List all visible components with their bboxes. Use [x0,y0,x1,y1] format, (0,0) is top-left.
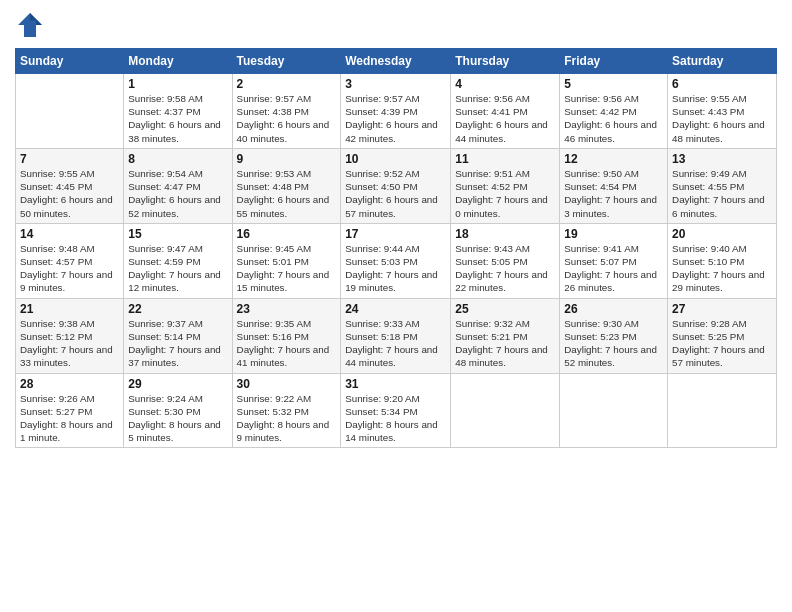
day-info: Sunrise: 9:51 AMSunset: 4:52 PMDaylight:… [455,167,555,220]
day-cell: 29Sunrise: 9:24 AMSunset: 5:30 PMDayligh… [124,373,232,448]
day-info: Sunrise: 9:56 AMSunset: 4:42 PMDaylight:… [564,92,663,145]
day-info: Sunrise: 9:22 AMSunset: 5:32 PMDaylight:… [237,392,337,445]
day-number: 21 [20,302,119,316]
day-number: 12 [564,152,663,166]
day-cell [668,373,777,448]
day-cell: 5Sunrise: 9:56 AMSunset: 4:42 PMDaylight… [560,74,668,149]
day-number: 18 [455,227,555,241]
day-cell: 30Sunrise: 9:22 AMSunset: 5:32 PMDayligh… [232,373,341,448]
day-info: Sunrise: 9:55 AMSunset: 4:45 PMDaylight:… [20,167,119,220]
header-saturday: Saturday [668,49,777,74]
day-number: 23 [237,302,337,316]
day-info: Sunrise: 9:37 AMSunset: 5:14 PMDaylight:… [128,317,227,370]
day-number: 2 [237,77,337,91]
day-number: 15 [128,227,227,241]
day-cell: 13Sunrise: 9:49 AMSunset: 4:55 PMDayligh… [668,148,777,223]
day-number: 13 [672,152,772,166]
day-number: 31 [345,377,446,391]
week-row-4: 28Sunrise: 9:26 AMSunset: 5:27 PMDayligh… [16,373,777,448]
header [15,10,777,40]
week-row-1: 7Sunrise: 9:55 AMSunset: 4:45 PMDaylight… [16,148,777,223]
day-info: Sunrise: 9:20 AMSunset: 5:34 PMDaylight:… [345,392,446,445]
header-friday: Friday [560,49,668,74]
day-info: Sunrise: 9:58 AMSunset: 4:37 PMDaylight:… [128,92,227,145]
header-wednesday: Wednesday [341,49,451,74]
day-cell: 17Sunrise: 9:44 AMSunset: 5:03 PMDayligh… [341,223,451,298]
day-info: Sunrise: 9:24 AMSunset: 5:30 PMDaylight:… [128,392,227,445]
day-cell: 19Sunrise: 9:41 AMSunset: 5:07 PMDayligh… [560,223,668,298]
day-cell: 31Sunrise: 9:20 AMSunset: 5:34 PMDayligh… [341,373,451,448]
day-cell: 27Sunrise: 9:28 AMSunset: 5:25 PMDayligh… [668,298,777,373]
calendar-header-row: SundayMondayTuesdayWednesdayThursdayFrid… [16,49,777,74]
day-cell [560,373,668,448]
logo [15,10,49,40]
day-number: 3 [345,77,446,91]
day-cell: 24Sunrise: 9:33 AMSunset: 5:18 PMDayligh… [341,298,451,373]
day-number: 8 [128,152,227,166]
day-info: Sunrise: 9:30 AMSunset: 5:23 PMDaylight:… [564,317,663,370]
day-number: 14 [20,227,119,241]
day-cell: 15Sunrise: 9:47 AMSunset: 4:59 PMDayligh… [124,223,232,298]
day-number: 20 [672,227,772,241]
day-cell: 10Sunrise: 9:52 AMSunset: 4:50 PMDayligh… [341,148,451,223]
header-sunday: Sunday [16,49,124,74]
week-row-2: 14Sunrise: 9:48 AMSunset: 4:57 PMDayligh… [16,223,777,298]
day-number: 7 [20,152,119,166]
week-row-3: 21Sunrise: 9:38 AMSunset: 5:12 PMDayligh… [16,298,777,373]
header-tuesday: Tuesday [232,49,341,74]
day-cell: 3Sunrise: 9:57 AMSunset: 4:39 PMDaylight… [341,74,451,149]
day-number: 4 [455,77,555,91]
day-info: Sunrise: 9:57 AMSunset: 4:38 PMDaylight:… [237,92,337,145]
day-number: 25 [455,302,555,316]
day-info: Sunrise: 9:32 AMSunset: 5:21 PMDaylight:… [455,317,555,370]
day-number: 24 [345,302,446,316]
day-info: Sunrise: 9:55 AMSunset: 4:43 PMDaylight:… [672,92,772,145]
day-cell: 14Sunrise: 9:48 AMSunset: 4:57 PMDayligh… [16,223,124,298]
day-number: 9 [237,152,337,166]
day-cell: 18Sunrise: 9:43 AMSunset: 5:05 PMDayligh… [451,223,560,298]
day-cell: 7Sunrise: 9:55 AMSunset: 4:45 PMDaylight… [16,148,124,223]
day-info: Sunrise: 9:43 AMSunset: 5:05 PMDaylight:… [455,242,555,295]
day-cell: 23Sunrise: 9:35 AMSunset: 5:16 PMDayligh… [232,298,341,373]
day-info: Sunrise: 9:38 AMSunset: 5:12 PMDaylight:… [20,317,119,370]
day-info: Sunrise: 9:47 AMSunset: 4:59 PMDaylight:… [128,242,227,295]
day-info: Sunrise: 9:28 AMSunset: 5:25 PMDaylight:… [672,317,772,370]
calendar-table: SundayMondayTuesdayWednesdayThursdayFrid… [15,48,777,448]
header-thursday: Thursday [451,49,560,74]
day-cell: 6Sunrise: 9:55 AMSunset: 4:43 PMDaylight… [668,74,777,149]
day-info: Sunrise: 9:40 AMSunset: 5:10 PMDaylight:… [672,242,772,295]
day-info: Sunrise: 9:50 AMSunset: 4:54 PMDaylight:… [564,167,663,220]
day-number: 29 [128,377,227,391]
day-number: 10 [345,152,446,166]
day-info: Sunrise: 9:53 AMSunset: 4:48 PMDaylight:… [237,167,337,220]
day-info: Sunrise: 9:33 AMSunset: 5:18 PMDaylight:… [345,317,446,370]
logo-icon [15,10,45,40]
day-cell: 16Sunrise: 9:45 AMSunset: 5:01 PMDayligh… [232,223,341,298]
day-cell: 28Sunrise: 9:26 AMSunset: 5:27 PMDayligh… [16,373,124,448]
header-monday: Monday [124,49,232,74]
day-number: 27 [672,302,772,316]
day-cell: 20Sunrise: 9:40 AMSunset: 5:10 PMDayligh… [668,223,777,298]
day-cell: 2Sunrise: 9:57 AMSunset: 4:38 PMDaylight… [232,74,341,149]
day-cell: 4Sunrise: 9:56 AMSunset: 4:41 PMDaylight… [451,74,560,149]
day-cell: 11Sunrise: 9:51 AMSunset: 4:52 PMDayligh… [451,148,560,223]
day-cell: 21Sunrise: 9:38 AMSunset: 5:12 PMDayligh… [16,298,124,373]
day-number: 17 [345,227,446,241]
week-row-0: 1Sunrise: 9:58 AMSunset: 4:37 PMDaylight… [16,74,777,149]
day-number: 6 [672,77,772,91]
day-cell [451,373,560,448]
day-info: Sunrise: 9:41 AMSunset: 5:07 PMDaylight:… [564,242,663,295]
day-cell: 25Sunrise: 9:32 AMSunset: 5:21 PMDayligh… [451,298,560,373]
day-number: 1 [128,77,227,91]
day-info: Sunrise: 9:49 AMSunset: 4:55 PMDaylight:… [672,167,772,220]
day-number: 22 [128,302,227,316]
day-info: Sunrise: 9:26 AMSunset: 5:27 PMDaylight:… [20,392,119,445]
day-cell: 22Sunrise: 9:37 AMSunset: 5:14 PMDayligh… [124,298,232,373]
day-cell: 1Sunrise: 9:58 AMSunset: 4:37 PMDaylight… [124,74,232,149]
day-number: 19 [564,227,663,241]
day-info: Sunrise: 9:52 AMSunset: 4:50 PMDaylight:… [345,167,446,220]
day-cell: 12Sunrise: 9:50 AMSunset: 4:54 PMDayligh… [560,148,668,223]
day-number: 5 [564,77,663,91]
day-cell: 9Sunrise: 9:53 AMSunset: 4:48 PMDaylight… [232,148,341,223]
day-number: 16 [237,227,337,241]
